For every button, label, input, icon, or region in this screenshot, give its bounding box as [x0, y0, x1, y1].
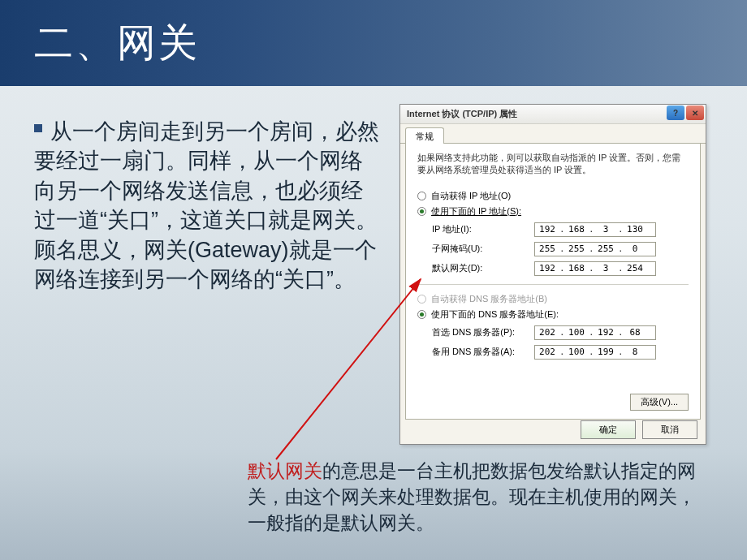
field-label: 首选 DNS 服务器(P): — [432, 326, 529, 338]
field-subnet-mask: 子网掩码(U): 255. 255. 255. 0 — [432, 242, 689, 256]
radio-label: 自动获得 IP 地址(O) — [431, 190, 511, 202]
footnote-highlight: 默认网关 — [248, 460, 322, 481]
gateway-input[interactable]: 192. 168. 3. 254 — [534, 261, 656, 276]
alt-dns-input[interactable]: 202. 100. 199. 8 — [534, 345, 656, 360]
divider — [417, 284, 689, 285]
field-default-gateway: 默认网关(D): 192. 168. 3. 254 — [432, 261, 689, 276]
radio-manual-ip[interactable]: 使用下面的 IP 地址(S): — [417, 205, 689, 218]
radio-auto-ip[interactable]: 自动获得 IP 地址(O) — [417, 190, 689, 202]
help-button[interactable]: ? — [667, 106, 684, 120]
radio-label: 使用下面的 IP 地址(S): — [431, 205, 521, 218]
radio-icon — [417, 192, 426, 200]
intro-text: 如果网络支持此功能，则可以获取自动指派的 IP 设置。否则，您需要从网络系统管理… — [417, 152, 689, 177]
close-button[interactable]: ✕ — [686, 106, 704, 120]
field-label: 子网掩码(U): — [432, 243, 529, 255]
bullet-marker — [34, 124, 42, 132]
radio-icon — [417, 295, 426, 304]
mask-input[interactable]: 255. 255. 255. 0 — [534, 242, 656, 256]
close-icon: ✕ — [692, 109, 698, 118]
field-ip-address: IP 地址(I): 192. 168. 3. 130 — [432, 222, 689, 237]
field-label: 备用 DNS 服务器(A): — [432, 346, 529, 358]
footnote-text: 默认网关的意思是一台主机把数据包发给默认指定的网关，由这个网关来处理数据包。现在… — [248, 458, 710, 536]
slide-title-bar: 二、网关 — [0, 0, 747, 86]
field-alt-dns: 备用 DNS 服务器(A): 202. 100. 199. 8 — [432, 345, 689, 360]
cancel-button[interactable]: 取消 — [642, 420, 697, 439]
bullet-text: 从一个房间走到另一个房间，必然要经过一扇门。同样，从一个网络向另一个网络发送信息… — [34, 119, 379, 291]
field-label: IP 地址(I): — [432, 223, 529, 235]
field-primary-dns: 首选 DNS 服务器(P): 202. 100. 192. 68 — [432, 325, 689, 340]
radio-icon — [417, 310, 426, 319]
primary-dns-input[interactable]: 202. 100. 192. 68 — [534, 325, 656, 340]
ok-button[interactable]: 确定 — [581, 420, 636, 439]
dialog-title-bar: Internet 协议 (TCP/IP) 属性 ? ✕ — [400, 105, 706, 124]
tcpip-properties-dialog: Internet 协议 (TCP/IP) 属性 ? ✕ 常规 如果网络支持此功能… — [399, 104, 706, 445]
dialog-title: Internet 协议 (TCP/IP) 属性 — [407, 108, 517, 120]
ip-input[interactable]: 192. 168. 3. 130 — [534, 222, 656, 237]
help-icon: ? — [673, 109, 678, 118]
radio-label: 自动获得 DNS 服务器地址(B) — [431, 293, 547, 305]
bullet-paragraph: 从一个房间走到另一个房间，必然要经过一扇门。同样，从一个网络向另一个网络发送信息… — [34, 117, 383, 295]
tab-body: 如果网络支持此功能，则可以获取自动指派的 IP 设置。否则，您需要从网络系统管理… — [405, 144, 701, 420]
radio-auto-dns: 自动获得 DNS 服务器地址(B) — [417, 293, 689, 305]
advanced-button[interactable]: 高级(V)... — [630, 394, 689, 411]
field-label: 默认网关(D): — [432, 262, 529, 274]
radio-label: 使用下面的 DNS 服务器地址(E): — [431, 308, 559, 321]
slide-title: 二、网关 — [34, 17, 200, 69]
radio-manual-dns[interactable]: 使用下面的 DNS 服务器地址(E): — [417, 308, 689, 321]
tab-strip: 常规 — [400, 124, 706, 144]
radio-icon — [417, 207, 426, 216]
